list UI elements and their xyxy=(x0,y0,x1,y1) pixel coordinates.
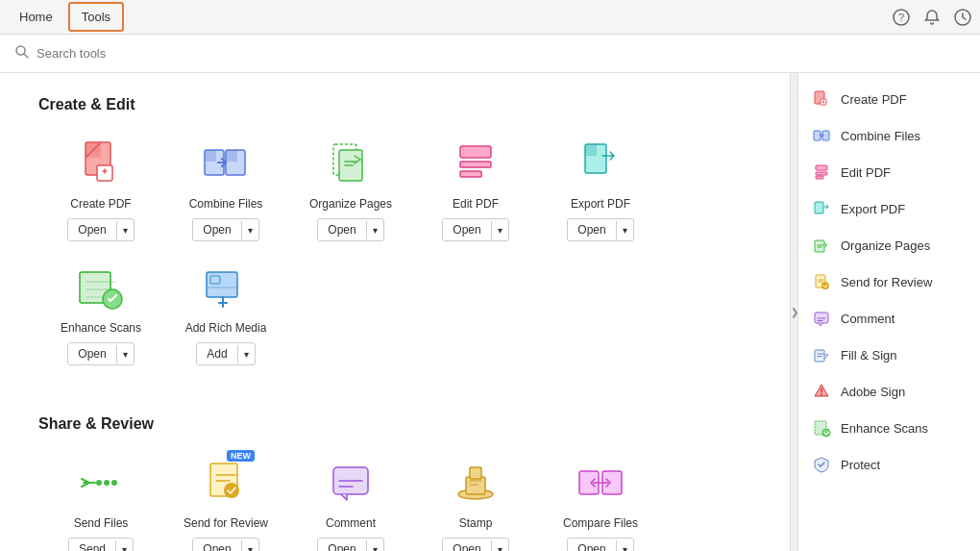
panel-item-export-pdf[interactable]: Export PDF xyxy=(798,190,980,227)
nav-icons-group: ? xyxy=(892,8,972,27)
send-files-btn[interactable]: Send xyxy=(69,538,115,551)
edit-pdf-label: Edit PDF xyxy=(453,197,499,211)
organize-pages-arrow-btn[interactable]: ▾ xyxy=(366,221,383,239)
panel-comment-label: Comment xyxy=(841,312,894,326)
enhance-scans-icon xyxy=(72,261,130,313)
edit-pdf-open-btn[interactable]: Open xyxy=(443,219,490,240)
combine-files-arrow-btn[interactable]: ▾ xyxy=(241,221,258,239)
panel-protect-icon xyxy=(812,455,831,474)
send-review-open-btn[interactable]: Open xyxy=(193,538,240,551)
edit-pdf-arrow-btn[interactable]: ▾ xyxy=(491,221,508,239)
combine-files-label: Combine Files xyxy=(189,197,263,211)
organize-pages-open-btn[interactable]: Open xyxy=(318,219,365,240)
tool-comment: Comment Open ▾ xyxy=(288,456,413,551)
help-icon[interactable]: ? xyxy=(892,8,911,27)
send-files-icon xyxy=(72,456,130,509)
comment-arrow-btn[interactable]: ▾ xyxy=(366,540,383,552)
svg-point-49 xyxy=(822,429,830,437)
compare-files-open-btn[interactable]: Open xyxy=(568,538,615,551)
panel-create-pdf-icon xyxy=(812,89,831,109)
tool-send-files: Send Files Send ▾ xyxy=(38,456,163,551)
compare-files-icon xyxy=(572,456,629,509)
stamp-open-btn[interactable]: Open xyxy=(443,538,490,551)
scroll-separator: ❯ xyxy=(790,73,797,551)
search-input[interactable] xyxy=(37,46,229,61)
create-edit-header: Create & Edit xyxy=(38,96,751,113)
add-rich-media-btn-group: Add ▾ xyxy=(196,342,255,365)
clock-icon[interactable] xyxy=(953,8,972,27)
bell-icon[interactable] xyxy=(922,8,942,27)
panel-item-protect[interactable]: Protect xyxy=(798,446,980,483)
add-rich-media-add-btn[interactable]: Add xyxy=(197,343,236,364)
content-area: Create & Edit Create PDF xyxy=(0,73,790,551)
send-files-arrow-btn[interactable]: ▾ xyxy=(115,540,133,552)
tool-enhance-scans: Enhance Scans Open ▾ xyxy=(38,261,163,365)
send-review-arrow-btn[interactable]: ▾ xyxy=(241,540,258,552)
svg-point-28 xyxy=(224,483,239,498)
tool-compare-files: Compare Files Open ▾ xyxy=(538,456,663,551)
enhance-scans-arrow-btn[interactable]: ▾ xyxy=(116,345,134,363)
main-layout: Create & Edit Create PDF xyxy=(0,73,980,551)
svg-rect-9 xyxy=(205,150,216,162)
stamp-label: Stamp xyxy=(459,516,493,530)
panel-item-adobe-sign[interactable]: Adobe Sign xyxy=(798,373,980,410)
home-tab[interactable]: Home xyxy=(8,4,64,30)
svg-rect-15 xyxy=(460,162,491,167)
combine-files-open-btn[interactable]: Open xyxy=(193,219,240,240)
combine-files-icon xyxy=(197,137,255,189)
panel-item-fill-sign[interactable]: Fill & Sign xyxy=(798,337,980,373)
stamp-btn-group: Open ▾ xyxy=(442,538,508,551)
comment-open-btn[interactable]: Open xyxy=(318,538,365,551)
panel-create-pdf-label: Create PDF xyxy=(841,92,907,107)
enhance-scans-btn-group: Open ▾ xyxy=(67,342,134,365)
send-files-label: Send Files xyxy=(74,516,129,530)
export-pdf-icon xyxy=(572,137,629,189)
panel-send-review-icon xyxy=(812,272,831,291)
tool-edit-pdf: Edit PDF Open ▾ xyxy=(413,137,538,241)
tool-send-review: NEW Send for Review Open ▾ xyxy=(163,456,288,551)
create-pdf-icon xyxy=(72,137,130,189)
send-review-label: Send for Review xyxy=(184,516,268,530)
tool-combine-files: Combine Files Open ▾ xyxy=(163,137,288,241)
panel-organize-pages-icon xyxy=(812,236,831,255)
organize-pages-icon xyxy=(322,137,380,189)
panel-adobe-sign-label: Adobe Sign xyxy=(841,385,905,399)
panel-combine-files-icon xyxy=(812,126,831,145)
tools-tab[interactable]: Tools xyxy=(68,2,124,32)
stamp-arrow-btn[interactable]: ▾ xyxy=(491,540,508,552)
scroll-collapse-arrow[interactable]: ❯ xyxy=(791,307,798,317)
send-review-icon: NEW xyxy=(197,456,255,509)
panel-comment-icon xyxy=(812,309,831,328)
tool-export-pdf: Export PDF Open ▾ xyxy=(538,137,663,241)
panel-edit-pdf-icon xyxy=(812,163,831,182)
export-pdf-arrow-btn[interactable]: ▾ xyxy=(616,221,633,239)
panel-item-edit-pdf[interactable]: Edit PDF xyxy=(798,154,980,190)
compare-files-arrow-btn[interactable]: ▾ xyxy=(616,540,633,552)
svg-rect-42 xyxy=(815,202,823,213)
panel-combine-files-label: Combine Files xyxy=(841,129,920,143)
panel-item-send-for-review[interactable]: Send for Review xyxy=(798,263,980,300)
svg-rect-41 xyxy=(816,176,823,179)
export-pdf-open-btn[interactable]: Open xyxy=(568,219,615,240)
search-bar xyxy=(0,35,980,73)
compare-files-label: Compare Files xyxy=(563,516,638,530)
panel-item-enhance-scans[interactable]: Enhance Scans xyxy=(798,410,980,446)
svg-rect-32 xyxy=(470,467,481,479)
svg-point-26 xyxy=(111,480,117,486)
create-pdf-open-btn[interactable]: Open xyxy=(68,219,115,240)
create-pdf-arrow-btn[interactable]: ▾ xyxy=(116,221,134,239)
create-edit-section: Create & Edit Create PDF xyxy=(38,96,751,385)
panel-item-organize-pages[interactable]: Organize Pages xyxy=(798,227,980,263)
enhance-scans-open-btn[interactable]: Open xyxy=(68,343,115,364)
panel-item-combine-files[interactable]: Combine Files xyxy=(798,117,980,154)
svg-rect-40 xyxy=(816,172,827,175)
add-rich-media-arrow-btn[interactable]: ▾ xyxy=(237,345,255,363)
svg-point-25 xyxy=(104,480,110,486)
panel-enhance-scans-icon xyxy=(812,418,831,438)
tool-create-pdf: Create PDF Open ▾ xyxy=(38,137,163,241)
panel-item-comment[interactable]: Comment xyxy=(798,300,980,337)
svg-rect-39 xyxy=(816,165,827,170)
right-panel: Create PDF Combine Files Edit PDF Export… xyxy=(797,73,980,551)
tool-add-rich-media: Add Rich Media Add ▾ xyxy=(163,261,288,365)
panel-item-create-pdf[interactable]: Create PDF xyxy=(798,81,980,117)
